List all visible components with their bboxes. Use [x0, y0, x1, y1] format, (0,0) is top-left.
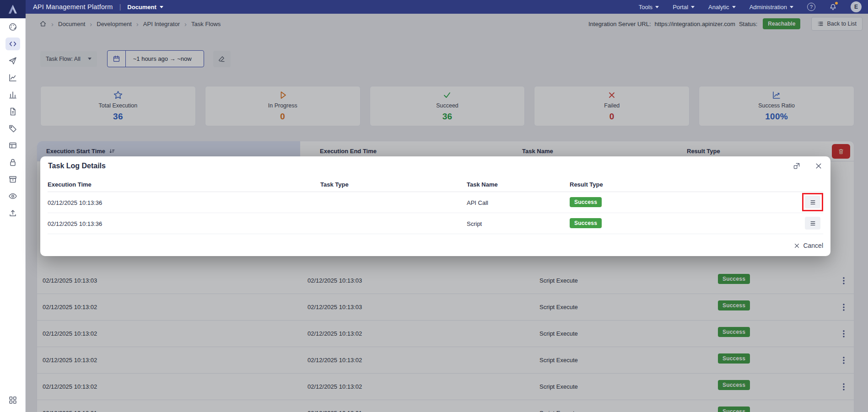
table-icon [8, 141, 17, 150]
modal-header-actions [793, 162, 822, 170]
eye-icon [8, 192, 17, 201]
row-menu-button[interactable] [805, 196, 820, 209]
sidebar-item-document[interactable] [5, 105, 20, 118]
archive-icon [8, 175, 17, 184]
bar-chart-icon [8, 90, 17, 99]
menu-tools[interactable]: Tools [639, 4, 659, 11]
chevron-down-icon [691, 6, 695, 10]
sidebar-item-bar-chart[interactable] [5, 88, 20, 101]
close-icon [794, 243, 800, 249]
cell-task-name: API Call [467, 199, 488, 206]
app-logo[interactable] [0, 0, 26, 18]
notifications-bell-icon[interactable] [829, 3, 837, 11]
modal-title: Task Log Details [48, 162, 106, 170]
module-menu-document[interactable]: Document [127, 4, 163, 11]
sidebar-item-line-chart[interactable] [5, 71, 20, 84]
chevron-down-icon [160, 6, 163, 10]
upload-icon [8, 209, 17, 218]
menu-analytic[interactable]: Analytic [708, 4, 736, 11]
chevron-down-icon [732, 6, 736, 10]
sidebar-item-upload[interactable] [5, 207, 20, 219]
help-icon[interactable]: ? [807, 3, 815, 11]
hamburger-menu-icon [809, 220, 816, 226]
annotation-spacer [802, 214, 823, 232]
send-icon [8, 56, 17, 65]
close-icon[interactable] [815, 162, 822, 170]
cancel-button[interactable]: Cancel [794, 242, 823, 249]
menu-portal[interactable]: Portal [673, 4, 695, 11]
apps-grid-icon [8, 396, 17, 405]
cell-execution-time: 02/12/2025 10:13:36 [48, 199, 102, 206]
sidebar-item-palette[interactable] [5, 21, 20, 33]
tag-icon [8, 124, 17, 133]
modal-table-row: 02/12/2025 10:13:36 API Call Success [48, 192, 823, 213]
app-title: API Management Platform [33, 3, 113, 11]
expand-icon[interactable] [793, 162, 800, 170]
sidebar-item-apps[interactable] [5, 394, 20, 407]
result-badge: Success [570, 197, 602, 207]
modal-footer: Cancel [48, 235, 823, 256]
modal-column-result-type: Result Type [570, 181, 603, 188]
row-action [802, 214, 823, 232]
sidebar-item-tag[interactable] [5, 122, 20, 135]
top-navbar: API Management Platform | Document Tools… [0, 0, 868, 14]
modal-table-header: Execution Time Task Type Task Name Resul… [48, 180, 823, 192]
palette-icon [8, 22, 17, 32]
modal-column-execution-time: Execution Time [48, 181, 92, 188]
sidebar-item-lock[interactable] [5, 156, 20, 169]
notification-dot [835, 2, 838, 5]
line-chart-icon [8, 73, 17, 82]
code-icon [8, 39, 17, 48]
task-log-details-modal: Task Log Details Execution Time Task Typ… [40, 156, 830, 256]
lock-icon [8, 158, 17, 167]
navbar-divider: | [119, 3, 121, 11]
result-badge: Success [570, 218, 602, 228]
modal-header: Task Log Details [40, 156, 830, 177]
avatar[interactable]: E [851, 1, 862, 12]
cell-execution-time: 02/12/2025 10:13:36 [48, 220, 102, 227]
sidebar-item-code[interactable] [5, 37, 20, 50]
annotation-highlight [802, 193, 823, 211]
cell-task-name: Script [467, 220, 482, 227]
menu-administration[interactable]: Administration [749, 4, 793, 11]
left-sidebar [0, 18, 26, 412]
row-menu-button[interactable] [805, 217, 820, 230]
hamburger-menu-icon [809, 199, 816, 205]
modal-column-task-type: Task Type [320, 181, 349, 188]
modal-table: Execution Time Task Type Task Name Resul… [48, 180, 823, 234]
chevron-down-icon [790, 6, 793, 10]
chevron-down-icon [655, 6, 659, 10]
row-action [802, 193, 823, 211]
navbar-right: Tools Portal Analytic Administration ? E [639, 1, 868, 12]
document-icon [8, 107, 17, 116]
modal-table-row: 02/12/2025 10:13:36 Script Success [48, 213, 823, 234]
apinizer-logo-icon [7, 3, 19, 15]
sidebar-item-send[interactable] [5, 54, 20, 67]
sidebar-item-eye[interactable] [5, 190, 20, 203]
modal-column-task-name: Task Name [467, 181, 498, 188]
sidebar-item-archive[interactable] [5, 173, 20, 186]
sidebar-item-table[interactable] [5, 139, 20, 152]
